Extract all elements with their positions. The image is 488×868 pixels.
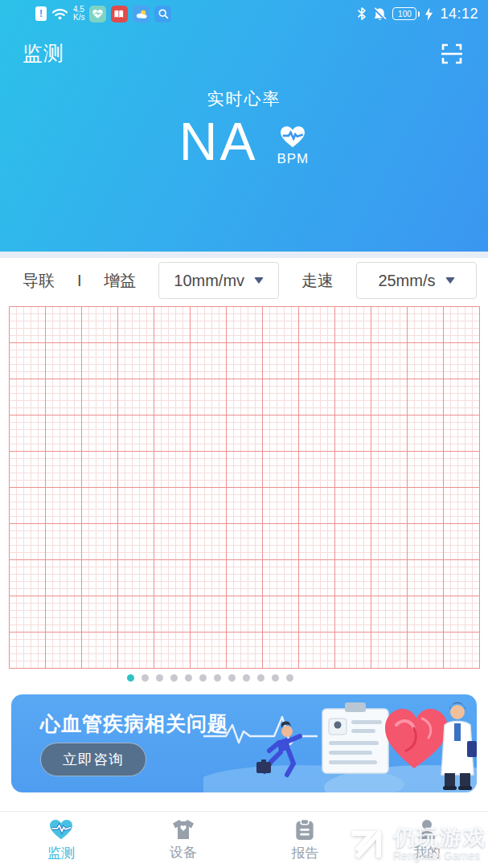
realtime-heart-rate-label: 实时心率 (0, 88, 488, 110)
nav-item-monitor[interactable]: 监测 (0, 812, 122, 868)
book-app-icon (111, 6, 128, 23)
consult-banner[interactable]: 心血管疾病相关问题 立即咨询 (11, 694, 477, 792)
pagination-dot[interactable] (257, 674, 265, 682)
speed-label: 走速 (301, 270, 334, 292)
page-title: 监测 (23, 40, 64, 67)
network-speed: 4.5 K/s (73, 6, 84, 22)
ecg-controls-row: 导联 I 增益 10mm/mv 走速 25mm/s (0, 258, 488, 303)
clipboard-icon (293, 818, 316, 841)
nav-label-mine: 我的 (413, 843, 441, 862)
nav-label-mine-report: 报告 (291, 844, 318, 862)
gain-select[interactable]: 10mm/mv (158, 262, 279, 299)
lead-label: 导联 (23, 270, 55, 292)
nav-label-monitor: 监测 (47, 844, 75, 862)
lead-value: I (77, 272, 82, 290)
speed-select[interactable]: 25mm/s (356, 262, 477, 299)
pagination-dots (0, 674, 454, 682)
weather-app-icon (133, 6, 150, 23)
pagination-dot[interactable] (199, 674, 207, 682)
heart-pulse-icon (278, 125, 307, 149)
sim-alert-icon: ! (35, 6, 47, 21)
pagination-dot[interactable] (286, 674, 293, 682)
pagination-dot[interactable] (127, 674, 134, 682)
ecg-chart-grid[interactable] (9, 306, 480, 669)
chevron-down-icon (254, 277, 264, 284)
pagination-dot[interactable] (170, 674, 178, 682)
pagination-dot[interactable] (156, 674, 163, 682)
pagination-dot[interactable] (141, 674, 149, 682)
bluetooth-icon (356, 6, 367, 21)
section-divider (0, 252, 488, 258)
fullscreen-scan-icon[interactable] (440, 42, 464, 66)
wifi-icon (51, 7, 68, 20)
pagination-dot[interactable] (214, 674, 221, 682)
heart-rate-value: NA (179, 115, 258, 168)
nav-label-device: 设备 (170, 843, 197, 862)
charging-icon (424, 7, 433, 21)
person-icon (416, 818, 438, 841)
search-app-icon (154, 6, 171, 23)
heart-app-icon (89, 6, 106, 23)
consult-now-button[interactable]: 立即咨询 (40, 743, 146, 776)
notifications-muted-icon (372, 6, 388, 22)
status-bar: ! 4.5 K/s (0, 0, 488, 24)
hero-header: ! 4.5 K/s (0, 0, 488, 252)
banner-illustration (203, 694, 477, 792)
banner-title: 心血管疾病相关问题 (40, 710, 228, 737)
pagination-dot[interactable] (185, 674, 192, 682)
clock-time: 14:12 (440, 6, 478, 23)
nav-item-report[interactable]: 报告 (244, 812, 367, 868)
pagination-dot[interactable] (243, 674, 250, 682)
pagination-dot[interactable] (272, 674, 279, 682)
nav-item-device[interactable]: 设备 (122, 812, 244, 868)
chevron-down-icon (445, 277, 455, 284)
heart-pulse-icon (47, 818, 75, 841)
battery-icon: 100 (392, 7, 420, 20)
pagination-dot[interactable] (228, 674, 236, 682)
gain-select-value: 10mm/mv (174, 272, 244, 290)
heart-rate-unit: BPM (277, 151, 309, 167)
gain-label: 增益 (104, 270, 136, 292)
nav-item-mine[interactable]: 我的 (366, 812, 488, 868)
bottom-nav: 监测 设备 报告 我的 (0, 811, 488, 868)
shirt-device-icon (170, 818, 196, 841)
speed-select-value: 25mm/s (378, 272, 435, 290)
